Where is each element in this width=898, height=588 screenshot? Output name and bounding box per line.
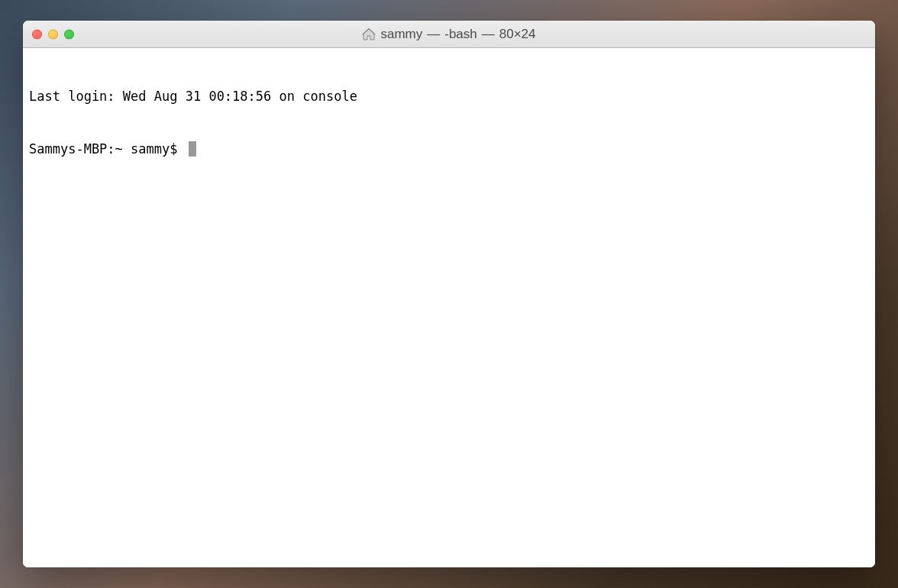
prompt-text: Sammys-MBP:~ sammy$ <box>29 141 186 158</box>
title-shell: -bash <box>444 27 477 42</box>
window-titlebar[interactable]: sammy — -bash — 80×24 <box>23 21 875 48</box>
terminal-window: sammy — -bash — 80×24 Last login: Wed Au… <box>23 21 875 567</box>
minimize-button[interactable] <box>48 29 58 39</box>
home-icon <box>362 27 376 41</box>
traffic-lights <box>32 29 74 39</box>
close-button[interactable] <box>32 29 42 39</box>
title-dimensions: 80×24 <box>499 27 536 42</box>
prompt-line: Sammys-MBP:~ sammy$ <box>29 141 869 158</box>
window-title: sammy — -bash — 80×24 <box>23 27 875 42</box>
zoom-button[interactable] <box>64 29 74 39</box>
title-separator-2: — <box>482 27 495 42</box>
cursor <box>189 141 196 157</box>
title-folder: sammy <box>380 27 422 42</box>
last-login-line: Last login: Wed Aug 31 00:18:56 on conso… <box>29 88 869 105</box>
title-separator-1: — <box>427 27 440 42</box>
terminal-content[interactable]: Last login: Wed Aug 31 00:18:56 on conso… <box>23 48 875 567</box>
